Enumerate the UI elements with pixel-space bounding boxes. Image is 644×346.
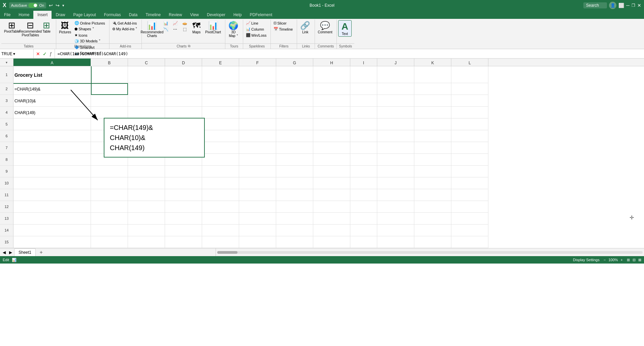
cell-L9[interactable] [451, 166, 488, 177]
cell-A4[interactable]: CHAR(149) [13, 107, 91, 118]
cell-L10[interactable] [451, 177, 488, 189]
cell-F4[interactable] [239, 107, 276, 118]
cell-I12[interactable] [350, 201, 377, 213]
cell-K12[interactable] [414, 201, 451, 213]
cell-J3[interactable] [377, 95, 414, 107]
cell-I8[interactable] [350, 154, 377, 166]
cell-B2[interactable] [91, 83, 128, 95]
bar-chart-btn[interactable]: 📉 [161, 26, 170, 32]
cell-A9[interactable] [13, 166, 91, 177]
cell-H1[interactable] [313, 66, 350, 83]
cell-C10[interactable] [128, 177, 165, 189]
row-num-5[interactable]: 5 [0, 118, 13, 130]
col-header-I[interactable]: I [350, 59, 377, 66]
formula-input[interactable]: =CHAR(149)&CHAR(10)&CHAR(149) [55, 51, 644, 56]
line-chart-btn[interactable]: 📈 [171, 20, 180, 26]
cell-I10[interactable] [350, 177, 377, 189]
cell-L11[interactable] [451, 189, 488, 201]
cell-E9[interactable] [202, 166, 239, 177]
cell-J13[interactable] [377, 213, 414, 224]
cell-J10[interactable] [377, 177, 414, 189]
cell-D12[interactable] [165, 201, 202, 213]
cell-E8[interactable] [202, 154, 239, 166]
tab-pdfelement[interactable]: PDFelement [246, 11, 277, 19]
col-header-E[interactable]: E [202, 59, 239, 66]
cell-C2[interactable] [128, 83, 165, 95]
row-num-1[interactable]: 1 [0, 66, 13, 83]
row-num-3[interactable]: 3 [0, 95, 13, 107]
cancel-formula-btn[interactable]: ✕ [35, 51, 41, 57]
cell-L3[interactable] [451, 95, 488, 107]
cell-B14[interactable] [91, 224, 128, 236]
tab-file[interactable]: File [0, 11, 14, 19]
select-all-btn[interactable]: ▾ [6, 61, 7, 64]
row-num-14[interactable]: 14 [0, 224, 13, 236]
cell-E14[interactable] [202, 224, 239, 236]
cell-D14[interactable] [165, 224, 202, 236]
cell-A15[interactable] [13, 236, 91, 248]
tab-help[interactable]: Help [229, 11, 246, 19]
cell-D11[interactable] [165, 189, 202, 201]
cell-J6[interactable] [377, 130, 414, 142]
cell-H15[interactable] [313, 236, 350, 248]
cell-H13[interactable] [313, 213, 350, 224]
cell-K5[interactable] [414, 118, 451, 130]
cell-J9[interactable] [377, 166, 414, 177]
slicer-btn[interactable]: ⊡ Slicer [272, 20, 294, 26]
col-header-J[interactable]: J [377, 59, 414, 66]
cell-J8[interactable] [377, 154, 414, 166]
cell-F10[interactable] [239, 177, 276, 189]
tab-home[interactable]: Home [14, 11, 33, 19]
cell-G8[interactable] [276, 154, 313, 166]
cell-I7[interactable] [350, 142, 377, 154]
cell-F2[interactable] [239, 83, 276, 95]
cell-E15[interactable] [202, 236, 239, 248]
cell-C3[interactable] [128, 95, 165, 107]
tab-data[interactable]: Data [125, 11, 141, 19]
insert-function-btn[interactable]: ƒ [49, 51, 53, 57]
cell-K13[interactable] [414, 213, 451, 224]
cell-G11[interactable] [276, 189, 313, 201]
get-addins-btn[interactable]: 🔌 Get Add-ins [111, 20, 139, 26]
cell-E1[interactable] [202, 66, 239, 83]
cell-J11[interactable] [377, 189, 414, 201]
col-header-C[interactable]: C [128, 59, 165, 66]
cell-E11[interactable] [202, 189, 239, 201]
cell-C14[interactable] [128, 224, 165, 236]
cell-D10[interactable] [165, 177, 202, 189]
cell-E13[interactable] [202, 213, 239, 224]
row-num-7[interactable]: 7 [0, 142, 13, 154]
cell-K1[interactable] [414, 66, 451, 83]
cell-D3[interactable] [165, 95, 202, 107]
cell-F1[interactable] [239, 66, 276, 83]
cell-H8[interactable] [313, 154, 350, 166]
cell-J2[interactable] [377, 83, 414, 95]
cell-L2[interactable] [451, 83, 488, 95]
search-box[interactable]: Search [583, 2, 607, 8]
tab-timeline[interactable]: Timeline [141, 11, 165, 19]
cell-B15[interactable] [91, 236, 128, 248]
row-num-9[interactable]: 9 [0, 166, 13, 177]
cell-E5[interactable] [202, 118, 239, 130]
cell-L13[interactable] [451, 213, 488, 224]
cell-I15[interactable] [350, 236, 377, 248]
cell-E2[interactable] [202, 83, 239, 95]
cell-A6[interactable] [13, 130, 91, 142]
column-spark-btn[interactable]: 📊 Column [245, 26, 268, 32]
cell-L15[interactable] [451, 236, 488, 248]
cell-A11[interactable] [13, 189, 91, 201]
cell-L12[interactable] [451, 201, 488, 213]
cell-L7[interactable] [451, 142, 488, 154]
cell-B1[interactable] [91, 66, 128, 83]
col-header-K[interactable]: K [414, 59, 451, 66]
row-num-2[interactable]: 2 [0, 83, 13, 95]
row-num-10[interactable]: 10 [0, 177, 13, 189]
cell-F15[interactable] [239, 236, 276, 248]
cell-L6[interactable] [451, 130, 488, 142]
text-btn[interactable]: A Text [338, 20, 352, 37]
cell-K3[interactable] [414, 95, 451, 107]
cell-G5[interactable] [276, 118, 313, 130]
cell-B13[interactable] [91, 213, 128, 224]
cell-G1[interactable] [276, 66, 313, 83]
maps-btn[interactable]: 🗺 Maps [190, 20, 203, 38]
